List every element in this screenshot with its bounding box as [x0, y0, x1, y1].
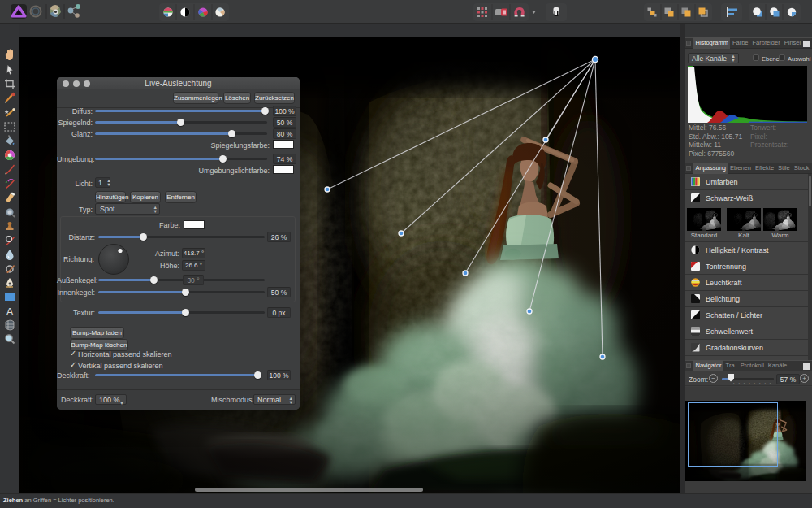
- svg-text:A: A: [6, 306, 14, 318]
